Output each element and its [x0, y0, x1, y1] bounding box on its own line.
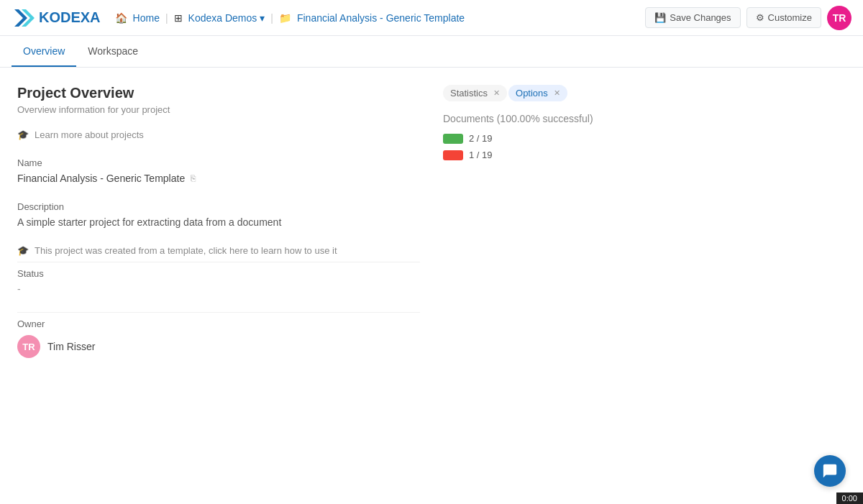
topnav: KODEXA 🏠 Home | ⊞ Kodexa Demos ▾ | 📁 Fin… [0, 0, 863, 36]
home-link[interactable]: Home [133, 12, 160, 24]
nav-separator-1: | [165, 12, 168, 24]
panel-tabs: Statistics ✕ Options ✕ [443, 85, 846, 101]
owner-name: Tim Risser [47, 341, 95, 352]
kodexa-logo-icon [12, 6, 35, 29]
stat-green-row: 2 / 19 [443, 133, 846, 144]
template-notice[interactable]: 🎓 This project was created from a templa… [17, 245, 420, 256]
stat-red-badge [443, 150, 463, 160]
logo-area[interactable]: KODEXA [12, 6, 101, 29]
demos-dropdown[interactable]: Kodexa Demos ▾ [188, 12, 265, 24]
project-icon: 📁 [279, 12, 291, 24]
logo-text: KODEXA [39, 9, 101, 26]
left-panel: Project Overview Overview information fo… [17, 85, 420, 375]
options-tab-close[interactable]: ✕ [554, 88, 560, 98]
template-notice-icon: 🎓 [17, 245, 29, 256]
owner-avatar: TR [17, 335, 40, 358]
project-title: Project Overview [17, 85, 420, 101]
customize-icon: ⚙ [756, 12, 764, 23]
name-section: Name Financial Analysis - Generic Templa… [17, 157, 420, 184]
name-value: Financial Analysis - Generic Template ⎘ [17, 173, 420, 184]
copy-icon[interactable]: ⎘ [191, 173, 196, 183]
home-icon: 🏠 [115, 12, 127, 24]
save-changes-button[interactable]: 💾 Save Changes [645, 7, 740, 28]
project-subtitle: Overview information for your project [17, 104, 420, 115]
status-section: Status - [17, 268, 420, 295]
learn-more-icon: 🎓 [17, 129, 29, 140]
statistics-tab[interactable]: Statistics ✕ [443, 85, 507, 101]
divider-2 [17, 312, 420, 313]
nav-links: 🏠 Home | ⊞ Kodexa Demos ▾ | 📁 Financial … [115, 12, 646, 24]
save-icon: 💾 [654, 12, 666, 23]
breadcrumb-current: Financial Analysis - Generic Template [297, 12, 465, 24]
tab-workspace[interactable]: Workspace [76, 37, 150, 67]
description-value: A simple starter project for extracting … [17, 216, 420, 228]
description-label: Description [17, 201, 420, 212]
learn-more-area[interactable]: 🎓 Learn more about projects [17, 129, 420, 140]
name-label: Name [17, 157, 420, 168]
options-tab[interactable]: Options ✕ [508, 85, 567, 101]
owner-area: TR Tim Risser [17, 335, 420, 358]
main-content: Project Overview Overview information fo… [0, 68, 863, 393]
divider-1 [17, 262, 420, 262]
nav-separator-2: | [270, 12, 273, 24]
demos-icon: ⊞ [174, 12, 183, 24]
statistics-tab-close[interactable]: ✕ [493, 88, 500, 98]
stat-red-text: 1 / 19 [469, 150, 493, 160]
description-section: Description A simple starter project for… [17, 201, 420, 228]
right-panel: Statistics ✕ Options ✕ Documents (100.00… [443, 85, 846, 375]
avatar[interactable]: TR [827, 6, 851, 30]
stat-red-row: 1 / 19 [443, 150, 846, 160]
owner-section: Owner TR Tim Risser [17, 319, 420, 358]
customize-button[interactable]: ⚙ Customize [746, 7, 821, 28]
status-label: Status [17, 268, 420, 279]
tab-overview[interactable]: Overview [12, 37, 76, 67]
tab-bar: Overview Workspace [0, 36, 863, 68]
stat-green-text: 2 / 19 [469, 133, 493, 144]
chevron-down-icon: ▾ [260, 12, 265, 24]
status-value: - [17, 283, 420, 295]
owner-label: Owner [17, 319, 420, 329]
stat-green-badge [443, 134, 463, 144]
documents-title: Documents (100.00% successful) [443, 113, 846, 124]
nav-actions: 💾 Save Changes ⚙ Customize TR [645, 6, 851, 30]
